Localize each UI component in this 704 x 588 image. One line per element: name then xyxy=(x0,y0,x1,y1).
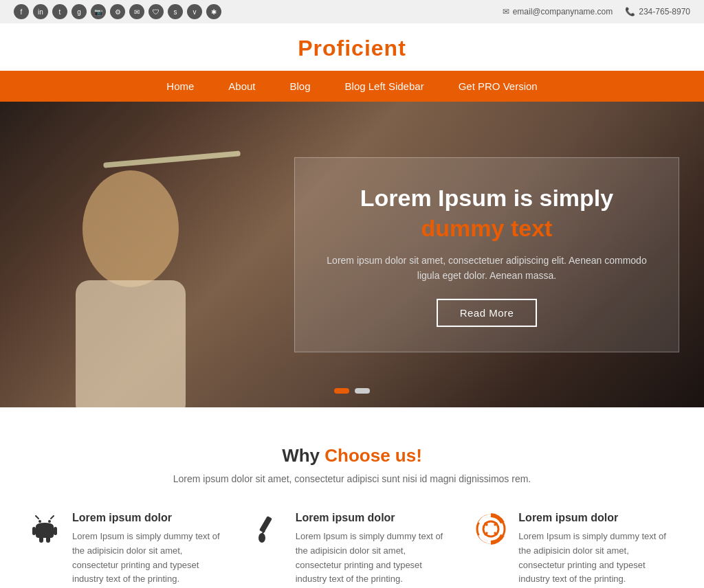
phone-contact: 📞 234-765-8970 xyxy=(625,7,690,16)
social-facebook[interactable]: f xyxy=(14,4,29,19)
site-logo[interactable]: Proficient xyxy=(298,36,406,60)
svg-point-0 xyxy=(82,170,179,287)
nav-home[interactable]: Home xyxy=(166,80,194,92)
social-extra[interactable]: ✱ xyxy=(206,4,221,19)
social-vk[interactable]: v xyxy=(187,4,202,19)
phone-icon: 📞 xyxy=(625,7,635,16)
android-svg xyxy=(29,513,60,545)
feature-lifebuoy-desc: Lorem Ipsum is simply dummy text of the … xyxy=(518,530,676,587)
svg-point-3 xyxy=(48,520,51,523)
social-settings[interactable]: ⚙ xyxy=(110,4,125,19)
social-twitter[interactable]: t xyxy=(52,4,67,19)
hero-content-box: Lorem Ipsum is simply dummy text Lorem i… xyxy=(294,157,679,352)
feature-brush-text: Lorem ipsum dolor Lorem Ipsum is simply … xyxy=(296,512,454,587)
svg-rect-1 xyxy=(76,280,186,407)
logo-rest: roficient xyxy=(314,36,406,60)
nav-get-pro[interactable]: Get PRO Version xyxy=(459,80,538,92)
nav-about[interactable]: About xyxy=(228,80,255,92)
why-choose-section: Why Choose us! Lorem ipsum dolor sit ame… xyxy=(0,407,704,588)
dot-2[interactable] xyxy=(355,388,370,394)
hero-description: Lorem ipsum dolor sit amet, consectetuer… xyxy=(322,253,651,284)
hero-person-area xyxy=(21,146,261,407)
feature-lifebuoy-title: Lorem ipsum dolor xyxy=(518,512,676,524)
social-googleplus[interactable]: g xyxy=(72,4,87,19)
feature-brush-title: Lorem ipsum dolor xyxy=(296,512,454,524)
android-icon xyxy=(28,512,62,546)
why-title: Why Choose us! xyxy=(28,445,676,466)
feature-lifebuoy-text: Lorem ipsum dolor Lorem Ipsum is simply … xyxy=(518,512,676,587)
top-bar: f in t g 📷 ⚙ ✉ 🛡 s v ✱ ✉ email@companyna… xyxy=(0,0,704,23)
svg-point-2 xyxy=(38,520,41,523)
svg-line-6 xyxy=(36,516,38,519)
contact-info: ✉ email@companyname.com 📞 234-765-8970 xyxy=(503,7,690,16)
nav-blog[interactable]: Blog xyxy=(290,80,311,92)
social-icons-row: f in t g 📷 ⚙ ✉ 🛡 s v ✱ xyxy=(14,4,221,19)
brush-svg xyxy=(252,513,284,545)
features-row: Lorem ipsum dolor Lorem Ipsum is simply … xyxy=(28,512,676,587)
slider-dots xyxy=(334,388,370,394)
why-subtitle: Lorem ipsum dolor sit amet, consectetur … xyxy=(28,473,676,484)
social-shield[interactable]: 🛡 xyxy=(148,4,164,19)
why-title-white: Why xyxy=(282,445,324,466)
feature-android: Lorem ipsum dolor Lorem Ipsum is simply … xyxy=(28,512,230,587)
svg-rect-8 xyxy=(259,516,272,533)
feature-android-text: Lorem ipsum dolor Lorem Ipsum is simply … xyxy=(72,512,230,587)
phone-number: 234-765-8970 xyxy=(639,7,690,16)
person-silhouette xyxy=(21,146,261,407)
feature-lifebuoy: Lorem ipsum dolor Lorem Ipsum is simply … xyxy=(474,512,676,587)
feature-android-title: Lorem ipsum dolor xyxy=(72,512,230,524)
hero-title-accent: dummy text xyxy=(421,215,553,241)
svg-rect-5 xyxy=(54,527,57,535)
hero-section: Lorem Ipsum is simply dummy text Lorem i… xyxy=(0,102,704,407)
svg-line-7 xyxy=(51,516,54,519)
feature-brush-desc: Lorem Ipsum is simply dummy text of the … xyxy=(296,530,454,587)
brush-icon xyxy=(251,512,285,546)
lifebuoy-svg xyxy=(475,513,507,545)
lifebuoy-icon xyxy=(474,512,508,546)
feature-brush: Lorem ipsum dolor Lorem Ipsum is simply … xyxy=(251,512,454,587)
logo-accent: P xyxy=(298,36,313,60)
social-skype[interactable]: s xyxy=(168,4,183,19)
email-contact: ✉ email@companyname.com xyxy=(503,7,613,16)
hero-title-white: Lorem Ipsum is simply xyxy=(360,184,613,210)
main-nav: Home About Blog Blog Left Sidebar Get PR… xyxy=(0,71,704,102)
hero-title: Lorem Ipsum is simply dummy text xyxy=(322,182,651,242)
email-icon: ✉ xyxy=(503,7,509,16)
social-linkedin[interactable]: in xyxy=(33,4,48,19)
social-instagram[interactable]: 📷 xyxy=(91,4,106,19)
email-address: email@companyname.com xyxy=(513,7,613,16)
feature-android-desc: Lorem Ipsum is simply dummy text of the … xyxy=(72,530,230,587)
social-mail[interactable]: ✉ xyxy=(129,4,144,19)
dot-1[interactable] xyxy=(334,388,349,394)
svg-rect-4 xyxy=(32,527,36,535)
hero-cta-button[interactable]: Read More xyxy=(437,299,538,327)
logo-bar: Proficient xyxy=(0,23,704,71)
why-title-accent: Choose us! xyxy=(324,445,422,466)
nav-blog-left-sidebar[interactable]: Blog Left Sidebar xyxy=(345,80,424,92)
